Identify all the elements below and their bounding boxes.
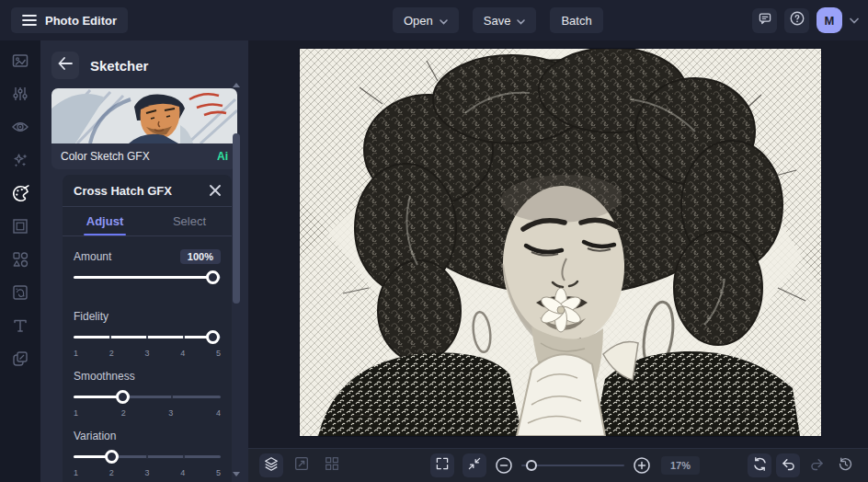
slider-group-variation: Variation 12345 (74, 427, 221, 478)
rail-item-artsy[interactable] (4, 178, 37, 212)
rail-item-frames[interactable] (4, 212, 37, 245)
texture-icon (11, 283, 29, 305)
rail-item-effects[interactable] (4, 145, 37, 178)
tick-label: 1 (74, 468, 78, 478)
panel-scroll-up-icon[interactable] (233, 83, 240, 87)
tick-label: 3 (144, 349, 149, 359)
rail-item-textures[interactable] (4, 278, 37, 311)
zoom-out-icon[interactable] (495, 456, 513, 475)
chevron-down-icon (517, 14, 525, 28)
preset-thumbnail (51, 88, 237, 143)
rail-item-edit[interactable] (4, 46, 37, 79)
tool-rail (0, 40, 40, 482)
app-title: Photo Editor (45, 14, 117, 28)
resize-button[interactable] (290, 453, 314, 477)
shapes-icon (11, 250, 29, 272)
amount-value-badge: 100% (180, 249, 221, 264)
panel-title: Sketcher (90, 58, 148, 74)
palette-icon (11, 184, 30, 207)
panel-scroll-down-icon[interactable] (233, 472, 240, 476)
tick-label: 3 (144, 468, 149, 478)
tick-label: 2 (121, 408, 126, 419)
arrow-left-icon (58, 57, 73, 74)
tick-label: 1 (74, 408, 78, 419)
tick-label: 4 (180, 349, 185, 359)
save-button[interactable]: Save (473, 7, 537, 33)
feedback-chat-button[interactable] (752, 8, 777, 33)
tab-adjust[interactable]: Adjust (63, 207, 147, 235)
slider-handle[interactable] (206, 330, 220, 344)
rail-item-touch-up[interactable] (4, 112, 37, 145)
top-bar: Photo Editor Open Save Batch M (0, 0, 868, 40)
question-mark-icon (789, 10, 805, 30)
slider-notch (171, 395, 173, 399)
effect-tabs: Adjust Select (63, 207, 232, 236)
tick-label: 2 (109, 349, 114, 359)
slider-group-fidelity: Fidelity 12345 (74, 307, 221, 359)
canvas-area[interactable]: 17% (248, 40, 868, 482)
eye-icon (11, 118, 29, 140)
avatar[interactable]: M (817, 7, 842, 33)
fullscreen-button[interactable] (430, 453, 454, 477)
rail-item-graphics[interactable] (4, 245, 37, 278)
history-icon (838, 456, 853, 476)
zoom-slider-handle[interactable] (526, 460, 537, 471)
history-button[interactable] (833, 453, 857, 477)
panel-scrollbar[interactable] (233, 133, 240, 304)
rail-item-adjust[interactable] (4, 79, 37, 112)
rail-item-text[interactable] (4, 311, 37, 344)
back-button[interactable] (51, 52, 79, 79)
overlap-layers-icon (11, 350, 29, 372)
edited-image[interactable] (300, 49, 821, 436)
slider-notch (109, 335, 111, 339)
batch-button[interactable]: Batch (550, 7, 602, 33)
tick-label: 2 (109, 468, 114, 478)
undo-button[interactable] (776, 453, 800, 477)
refresh-button[interactable] (748, 453, 771, 477)
zoom-percent[interactable]: 17% (661, 456, 700, 475)
fit-to-screen-icon (467, 456, 482, 475)
open-button[interactable]: Open (393, 7, 459, 33)
smoothness-slider[interactable] (74, 390, 221, 405)
sketcher-panel: Sketcher Color Sketch GFX (40, 40, 248, 482)
frame-icon (11, 217, 29, 239)
zoom-in-icon[interactable] (633, 456, 651, 475)
preset-card-color-sketch[interactable]: Color Sketch GFX Ai (51, 88, 237, 169)
slider-notch (146, 335, 148, 339)
zoom-slider[interactable] (521, 459, 624, 472)
slider-notch (183, 335, 185, 339)
slider-handle[interactable] (206, 270, 220, 284)
resize-icon (293, 455, 310, 476)
account-chevron-icon[interactable] (850, 17, 859, 24)
main-menu-button[interactable]: Photo Editor (11, 7, 128, 33)
tick-label: 4 (216, 408, 221, 419)
tick-label: 5 (216, 468, 221, 478)
grid-view-button[interactable] (320, 453, 344, 477)
layers-button[interactable] (259, 453, 283, 477)
effect-title: Cross Hatch GFX (74, 184, 172, 198)
amount-slider[interactable] (74, 270, 221, 285)
layers-stack-icon (263, 455, 280, 476)
slider-handle[interactable] (105, 450, 119, 464)
redo-button[interactable] (805, 453, 828, 477)
slider-group-smoothness: Smoothness 1234 (74, 367, 221, 419)
text-icon (11, 316, 29, 339)
close-icon[interactable] (210, 185, 221, 196)
variation-slider[interactable] (74, 450, 221, 465)
redo-icon (809, 456, 825, 476)
sparkles-icon (11, 151, 29, 173)
hamburger-icon (22, 14, 37, 27)
sliders-icon (11, 85, 29, 107)
undo-icon (781, 456, 796, 476)
fidelity-slider[interactable] (74, 330, 221, 345)
bottom-toolbar: 17% (248, 448, 868, 482)
ai-badge: Ai (217, 150, 228, 163)
rail-item-layers[interactable] (4, 344, 37, 377)
fullscreen-icon (435, 456, 450, 475)
fit-to-screen-button[interactable] (463, 453, 486, 477)
tab-select[interactable]: Select (147, 207, 232, 235)
grid-icon (324, 455, 340, 476)
image-icon (11, 52, 29, 74)
refresh-icon (752, 456, 768, 476)
help-button[interactable] (784, 8, 809, 33)
